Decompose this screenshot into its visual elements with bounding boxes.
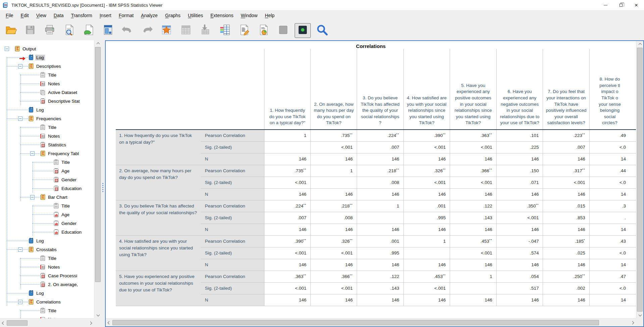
menu-format[interactable]: Format <box>115 11 137 20</box>
collapse-minus-icon[interactable] <box>18 116 22 121</box>
collapse-minus-icon[interactable] <box>18 64 22 68</box>
cell-value: .150 <box>496 165 543 177</box>
menu-utilities[interactable]: Utilities <box>184 11 207 20</box>
print-button[interactable] <box>42 23 58 38</box>
cell-value: .47 <box>589 271 636 282</box>
row-statistic-label: Pearson Correlation <box>201 271 264 282</box>
log-icon <box>28 290 34 296</box>
outline-vertical-scrollbar[interactable] <box>94 40 101 318</box>
cell-value: .366** <box>450 165 497 177</box>
designated-output-button[interactable] <box>295 23 311 38</box>
cell-value: <.0 <box>589 177 636 188</box>
print-preview-button[interactable] <box>61 23 77 38</box>
output-vscroll-thumb[interactable] <box>637 48 643 312</box>
cell-value: 146 <box>403 188 450 200</box>
outline-horizontal-scrollbar[interactable] <box>0 318 94 327</box>
close-icon: × <box>635 2 638 8</box>
cell-value: 146 <box>264 153 310 165</box>
outline-item-label: Correlations <box>35 299 62 305</box>
log-icon <box>28 238 34 244</box>
scroll-right-icon[interactable] <box>630 320 636 326</box>
tree-connector <box>7 302 28 302</box>
goto-variable-button[interactable] <box>178 23 194 38</box>
cell-value: .185* <box>543 235 589 247</box>
variables-button[interactable] <box>217 23 233 38</box>
table-icon <box>40 98 46 104</box>
save-icon <box>24 24 36 37</box>
correlations-pivot-table[interactable]: 1. How frequently do you use TikTok on a… <box>116 49 636 306</box>
output-vertical-scrollbar[interactable] <box>636 41 643 318</box>
collapse-minus-icon[interactable] <box>18 300 22 304</box>
cell-value: 146 <box>357 153 404 165</box>
tree-connector <box>32 232 53 232</box>
edit-output-button[interactable] <box>236 23 252 38</box>
collapse-minus-icon[interactable] <box>30 151 35 156</box>
tree-connector <box>32 206 53 206</box>
scroll-left-icon[interactable] <box>106 320 112 326</box>
undo-button[interactable] <box>119 23 136 38</box>
collapse-minus-icon[interactable] <box>18 247 22 252</box>
cell-value: .363** <box>450 130 497 141</box>
find-button[interactable] <box>314 23 330 38</box>
open-folder-button[interactable] <box>3 23 19 38</box>
outline-item-label: Title <box>47 308 57 314</box>
chart-icon <box>53 229 59 235</box>
scroll-right-icon[interactable] <box>88 320 94 326</box>
cell-value: 146 <box>264 224 310 235</box>
row-variable-label: 4. How satisfied are you with your socia… <box>116 235 201 271</box>
pane-splitter[interactable] <box>101 40 105 327</box>
output-horizontal-scrollbar[interactable] <box>106 318 636 326</box>
row-variable-label: 3. Do you believe TikTok has affected th… <box>116 200 201 235</box>
collapse-minus-icon[interactable] <box>5 47 9 51</box>
cell-value: <.001 <box>264 282 310 294</box>
menu-extensions[interactable]: Extensions <box>207 11 237 20</box>
tree-guide-line <box>20 127 21 201</box>
minimize-button[interactable] <box>598 0 613 10</box>
close-button[interactable]: × <box>629 0 644 10</box>
export-output-button[interactable] <box>81 23 97 38</box>
insert-data-button[interactable] <box>197 23 213 38</box>
output-pane[interactable]: Correlations 1. How frequently do you us… <box>105 40 644 327</box>
tree-guide-line <box>33 162 33 192</box>
scroll-down-icon[interactable] <box>94 312 101 318</box>
menu-transform[interactable]: Transform <box>67 11 96 20</box>
cell-value: 146 <box>357 224 404 235</box>
menu-analyze[interactable]: Analyze <box>137 11 161 20</box>
menu-insert[interactable]: Insert <box>96 11 115 20</box>
scroll-down-icon[interactable] <box>636 312 644 318</box>
book-icon <box>28 299 34 305</box>
menu-file[interactable]: File <box>2 11 17 20</box>
scroll-up-icon[interactable] <box>94 40 101 46</box>
cell-value: .002 <box>543 282 589 294</box>
goto-case-button[interactable] <box>158 23 175 38</box>
outline-vscroll-thumb[interactable] <box>95 47 101 282</box>
collapse-minus-icon[interactable] <box>30 195 35 199</box>
cell-value: .366** <box>311 271 357 282</box>
outline-hscroll-thumb[interactable] <box>7 320 28 326</box>
output-hscroll-thumb[interactable] <box>112 320 599 325</box>
cell-value: <.001 <box>450 177 497 188</box>
cell-value: .001 <box>403 200 450 212</box>
scroll-left-icon[interactable] <box>0 320 6 326</box>
cell-value: .122 <box>450 200 497 212</box>
insert-chart-button[interactable] <box>256 23 272 38</box>
designate-window-button[interactable] <box>100 23 116 38</box>
cell-value: .326** <box>403 165 450 177</box>
menu-help[interactable]: Help <box>261 11 278 20</box>
table-icon <box>53 177 59 183</box>
select-output-button[interactable] <box>275 23 291 38</box>
menu-data[interactable]: Data <box>50 11 67 20</box>
menu-graphs[interactable]: Graphs <box>161 11 184 20</box>
save-button[interactable] <box>22 23 38 38</box>
goto-variable-icon <box>180 24 192 37</box>
redo-icon <box>141 24 153 37</box>
cell-value: 146 <box>264 294 310 306</box>
redo-button[interactable] <box>139 23 155 38</box>
menu-window[interactable]: Window <box>237 11 261 20</box>
menu-view[interactable]: View <box>33 11 50 20</box>
menu-edit[interactable]: Edit <box>17 11 33 20</box>
cell-value: 146 <box>450 188 497 200</box>
scroll-up-icon[interactable] <box>636 41 644 47</box>
cell-value: .853 <box>543 212 589 224</box>
restore-button[interactable] <box>613 0 629 10</box>
